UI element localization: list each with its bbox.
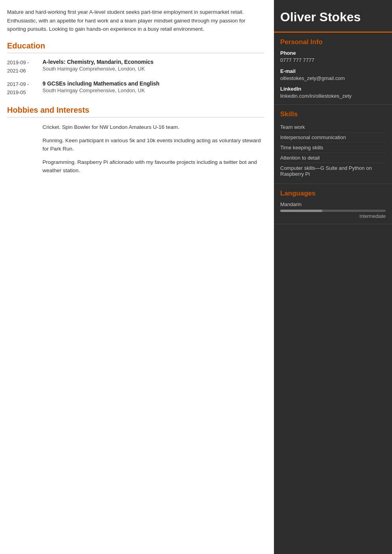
left-column: Mature and hard-working first year A-lev… xyxy=(0,0,274,554)
edu-school-1: South Haringay Comprehensive, London, UK xyxy=(43,66,264,72)
edu-degree-1: A-levels: Chemistry, Mandarin, Economics xyxy=(43,59,264,65)
right-column: Oliver Stokes Personal Info Phone 0777 7… xyxy=(274,0,392,554)
candidate-name: Oliver Stokes xyxy=(280,9,386,24)
education-section: Education 2019-09 - 2021-06 A-levels: Ch… xyxy=(7,41,264,97)
edu-details-1: A-levels: Chemistry, Mandarin, Economics… xyxy=(43,59,264,75)
skill-item-4: Attention to detail xyxy=(280,153,386,163)
education-entry-1: 2019-09 - 2021-06 A-levels: Chemistry, M… xyxy=(7,59,264,75)
hobby-item-2: Running. Keen participant in various 5k … xyxy=(43,136,264,153)
phone-label: Phone xyxy=(280,50,386,56)
education-title: Education xyxy=(7,41,264,53)
edu-details-2: 9 GCSEs including Mathematics and Englis… xyxy=(43,80,264,97)
languages-title: Languages xyxy=(280,190,386,197)
edu-date-start-1: 2019-09 - xyxy=(7,59,29,65)
hobbies-title: Hobbies and Interests xyxy=(7,106,264,117)
education-entry-2: 2017-09 - 2019-05 9 GCSEs including Math… xyxy=(7,80,264,97)
language-level-1: Intermediate xyxy=(280,214,386,219)
edu-date-end-1: 2021-06 xyxy=(7,68,26,74)
skills-section: Skills Team work Interpersonal communica… xyxy=(274,105,392,184)
hobby-item-3: Programming. Raspberry Pi aficionado wit… xyxy=(43,158,264,175)
skill-item-5: Computer skills—G Suite and Python on Ra… xyxy=(280,163,386,179)
hobbies-list: Cricket. Spin Bowler for NW London Amate… xyxy=(7,123,264,175)
personal-info-section: Personal Info Phone 0777 777 7777 E-mail… xyxy=(274,33,392,105)
phone-value: 0777 777 7777 xyxy=(280,57,386,64)
email-label: E-mail xyxy=(280,68,386,74)
skill-item-3: Time keeping skills xyxy=(280,143,386,153)
edu-dates-2: 2017-09 - 2019-05 xyxy=(7,80,43,97)
hobby-item-1: Cricket. Spin Bowler for NW London Amate… xyxy=(43,123,264,132)
edu-degree-2: 9 GCSEs including Mathematics and Englis… xyxy=(43,80,264,87)
personal-info-title: Personal Info xyxy=(280,38,386,46)
skill-item-1: Team work xyxy=(280,122,386,132)
language-bar-fill-1 xyxy=(280,210,322,212)
edu-date-start-2: 2017-09 - xyxy=(7,81,29,87)
email-value: olliestokes_zety@gmail.com xyxy=(280,75,386,82)
edu-school-2: South Haringay Comprehensive, London, UK xyxy=(43,87,264,93)
language-bar-1 xyxy=(280,210,386,212)
linkedin-label: LinkedIn xyxy=(280,86,386,92)
linkedin-value: linkedin.com/in/olliestokes_zety xyxy=(280,93,386,100)
skills-title: Skills xyxy=(280,110,386,118)
name-header: Oliver Stokes xyxy=(274,0,392,33)
edu-dates-1: 2019-09 - 2021-06 xyxy=(7,59,43,75)
hobbies-section: Hobbies and Interests Cricket. Spin Bowl… xyxy=(7,106,264,175)
summary-text: Mature and hard-working first year A-lev… xyxy=(7,8,264,33)
language-name-1: Mandarin xyxy=(280,201,386,207)
skill-item-2: Interpersonal communication xyxy=(280,132,386,143)
languages-section: Languages Mandarin Intermediate xyxy=(274,184,392,224)
edu-date-end-2: 2019-05 xyxy=(7,89,26,95)
